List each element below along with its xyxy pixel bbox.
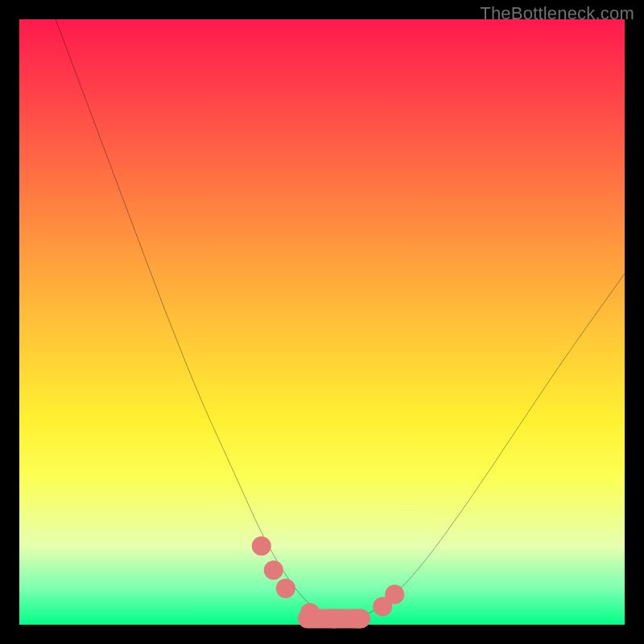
chart-frame: TheBottleneck.com <box>0 0 644 644</box>
highlight-markers <box>252 536 405 628</box>
highlight-dot <box>252 536 271 555</box>
chart-svg <box>19 19 625 625</box>
watermark-text: TheBottleneck.com <box>480 3 634 24</box>
highlight-dot <box>276 579 295 598</box>
highlight-dot <box>264 560 283 580</box>
highlight-dot <box>385 584 404 604</box>
highlight-dot <box>324 609 344 628</box>
curve-path <box>56 19 625 618</box>
highlight-dot <box>300 603 320 622</box>
highlight-dot <box>349 609 368 628</box>
chart-plot-area <box>19 19 625 625</box>
bottleneck-curve <box>56 19 625 618</box>
